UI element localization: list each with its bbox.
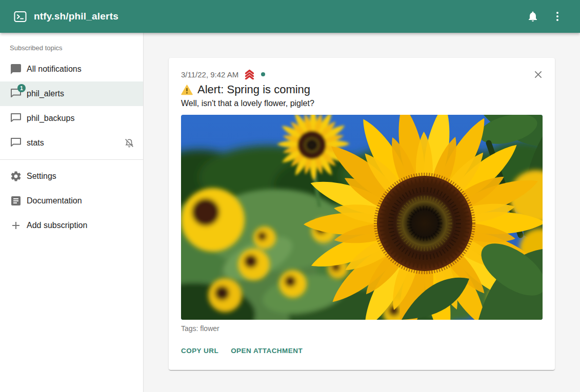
close-icon bbox=[533, 69, 544, 80]
chat-bubble-outline-icon bbox=[10, 137, 22, 149]
sidebar-item-label: Add subscription bbox=[27, 221, 135, 230]
notification-title: Alert: Spring is coming bbox=[197, 83, 310, 96]
warning-triangle-icon bbox=[181, 85, 193, 95]
sidebar-item-label: phil_backups bbox=[27, 114, 135, 123]
page-title: ntfy.sh/phil_alerts bbox=[34, 11, 118, 22]
sidebar-item-stats[interactable]: stats bbox=[0, 131, 143, 155]
notification-title-row: Alert: Spring is coming bbox=[181, 83, 543, 96]
notifications-bell-button[interactable] bbox=[523, 6, 543, 27]
chat-bubble-outline-icon: 1 bbox=[10, 88, 22, 100]
sidebar-item-label: phil_alerts bbox=[27, 89, 135, 98]
unread-count-badge: 1 bbox=[17, 84, 26, 92]
sidebar: Subscribed topics All notifications 1 ph… bbox=[0, 33, 144, 392]
copy-url-button[interactable]: COPY URL bbox=[181, 344, 223, 358]
notification-card: 3/11/22, 9:42 AM Alert bbox=[169, 58, 555, 370]
notifications-muted-icon bbox=[124, 137, 135, 149]
open-attachment-button[interactable]: OPEN ATTACHMENT bbox=[231, 344, 307, 358]
content-area: 3/11/22, 9:42 AM Alert bbox=[144, 33, 580, 392]
sidebar-divider bbox=[0, 159, 143, 160]
overflow-menu-button[interactable] bbox=[547, 6, 568, 27]
gear-icon bbox=[10, 170, 22, 182]
attachment-image[interactable] bbox=[181, 115, 543, 320]
terminal-logo-icon bbox=[13, 10, 27, 24]
sidebar-item-add-subscription[interactable]: Add subscription bbox=[0, 213, 143, 238]
chat-bubble-filled-icon bbox=[10, 63, 22, 75]
dismiss-notification-button[interactable] bbox=[531, 67, 545, 81]
max-priority-icon bbox=[243, 69, 256, 79]
plus-icon bbox=[10, 219, 22, 232]
notification-body: Well, isn't that a lovely flower, piglet… bbox=[181, 99, 543, 108]
notification-actions: COPY URL OPEN ATTACHMENT bbox=[181, 344, 543, 358]
kebab-menu-icon bbox=[551, 10, 564, 23]
sidebar-item-label: stats bbox=[27, 138, 124, 148]
sidebar-item-documentation[interactable]: Documentation bbox=[0, 189, 143, 213]
chat-bubble-outline-icon bbox=[10, 112, 22, 125]
sidebar-item-settings[interactable]: Settings bbox=[0, 164, 143, 189]
app-bar: ntfy.sh/phil_alerts bbox=[0, 0, 580, 33]
sidebar-item-label: Settings bbox=[27, 172, 135, 181]
sidebar-item-label: All notifications bbox=[27, 65, 135, 74]
notification-meta: 3/11/22, 9:42 AM bbox=[181, 69, 543, 79]
sidebar-item-phil-backups[interactable]: phil_backups bbox=[0, 106, 143, 131]
sidebar-item-label: Documentation bbox=[27, 196, 135, 205]
sidebar-item-phil-alerts[interactable]: 1 phil_alerts bbox=[0, 81, 143, 106]
subscribed-topics-label: Subscribed topics bbox=[0, 37, 143, 57]
timestamp: 3/11/22, 9:42 AM bbox=[181, 70, 238, 79]
sidebar-item-all-notifications[interactable]: All notifications bbox=[0, 57, 143, 81]
notification-tags: Tags: flower bbox=[181, 324, 543, 333]
unread-dot bbox=[261, 72, 265, 76]
article-icon bbox=[10, 195, 22, 207]
bell-icon bbox=[527, 10, 539, 23]
